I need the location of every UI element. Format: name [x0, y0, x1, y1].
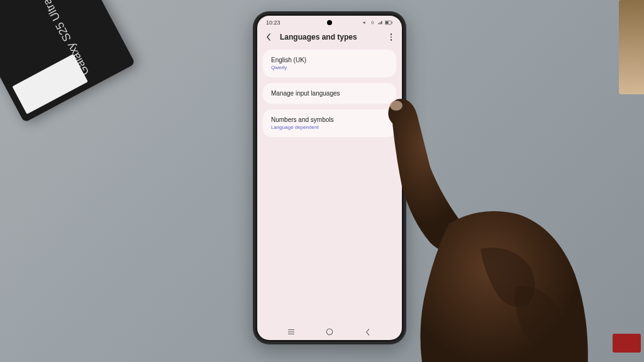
svg-rect-1 [386, 21, 389, 24]
more-options-dot-icon [391, 39, 392, 41]
list-item-subtitle: Qwerty [271, 65, 388, 70]
recents-icon [287, 329, 296, 335]
chevron-left-icon [266, 33, 272, 41]
list-item-title: English (UK) [271, 57, 388, 63]
manage-input-languages-item[interactable]: Manage input languages [263, 83, 396, 104]
nav-recents-button[interactable] [286, 327, 297, 336]
numbers-and-symbols-item[interactable]: Numbers and symbols Language dependent [263, 109, 396, 137]
title-bar: Languages and types [257, 27, 402, 50]
more-options-button[interactable] [387, 32, 396, 42]
product-box-barcode [12, 54, 88, 114]
phone-device: 10:23 Languages and types [253, 11, 406, 344]
nav-back-icon [365, 329, 370, 336]
phone-screen: 10:23 Languages and types [257, 16, 402, 340]
status-indicators [362, 20, 393, 25]
home-icon [326, 328, 333, 336]
back-button[interactable] [264, 32, 274, 42]
list-item-subtitle: Language dependent [271, 124, 388, 130]
background-object-red [613, 334, 641, 353]
more-options-dot-icon [391, 33, 392, 35]
svg-point-6 [326, 329, 332, 334]
page-title: Languages and types [280, 33, 380, 41]
signal-icon [377, 20, 383, 25]
language-item-english-uk[interactable]: English (UK) Qwerty [263, 50, 396, 77]
background-object-wood [619, 0, 644, 94]
product-box: Galaxy S25 Ultra [0, 0, 135, 123]
nav-back-button[interactable] [362, 327, 374, 336]
sound-icon [362, 20, 368, 25]
list-item-title: Manage input languages [271, 90, 388, 97]
settings-list: English (UK) Qwerty Manage input languag… [257, 50, 402, 137]
nav-home-button[interactable] [324, 327, 335, 336]
svg-rect-2 [392, 22, 392, 24]
navigation-bar [257, 327, 402, 336]
battery-icon [385, 20, 393, 25]
more-options-dot-icon [391, 36, 392, 38]
front-camera [327, 20, 332, 25]
list-item-title: Numbers and symbols [271, 116, 388, 123]
status-time: 10:23 [266, 19, 280, 26]
wifi-icon [370, 20, 375, 25]
